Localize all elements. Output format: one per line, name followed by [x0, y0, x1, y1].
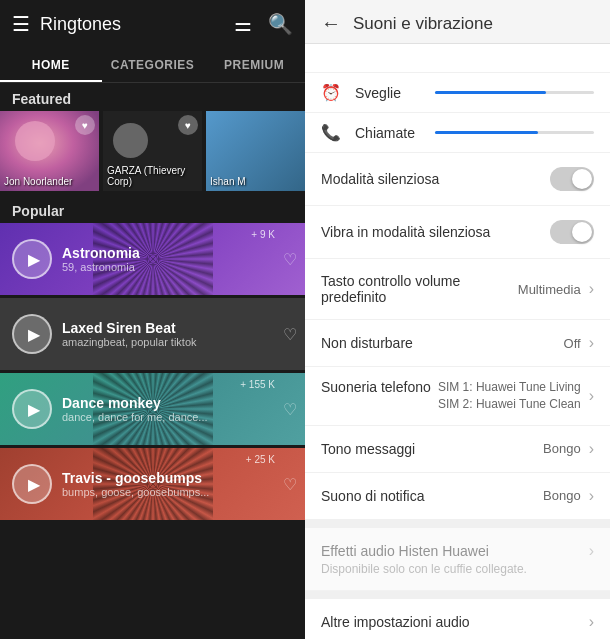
sveglie-label: Sveglie: [355, 85, 425, 101]
right-panel: ← Suoni e vibrazione ⏰ Sveglie 📞 Chiamat…: [305, 0, 610, 639]
featured-card-label-3: Ishan M: [210, 176, 246, 187]
settings-item-chiamate: 📞 Chiamate: [305, 113, 610, 153]
song-info-1: Astronomia 59, astronomia: [62, 245, 305, 273]
back-button[interactable]: ←: [321, 12, 341, 35]
song-heart-1[interactable]: ♡: [283, 250, 297, 269]
settings-item-tono-messaggi[interactable]: Tono messaggi Bongo ›: [305, 426, 610, 473]
altre-impostazioni-chevron: ›: [589, 613, 594, 631]
play-icon-1: ▶: [28, 250, 40, 269]
top-bar: ☰ Ringtones ⚌ 🔍: [0, 0, 305, 48]
divider-2: [305, 591, 610, 599]
altre-impostazioni-label: Altre impostazioni audio: [321, 614, 470, 630]
vibra-toggle[interactable]: [550, 220, 594, 244]
song-badge-3: + 155 K: [240, 379, 275, 390]
play-icon-2: ▶: [28, 325, 40, 344]
settings-item-top-partial: [305, 44, 610, 73]
play-button-3[interactable]: ▶: [12, 389, 52, 429]
song-info-4: Travis - goosebumps bumps, goose, gooseb…: [62, 470, 305, 498]
song-badge-1: + 9 K: [251, 229, 275, 240]
featured-card-1[interactable]: ♥ Jon Noorlander: [0, 111, 99, 191]
song-title-3: Dance monkey: [62, 395, 305, 411]
popular-list: ▶ Astronomia 59, astronomia + 9 K ♡ ▶ La…: [0, 223, 305, 639]
featured-card-label-1: Jon Noorlander: [4, 176, 72, 187]
song-heart-3[interactable]: ♡: [283, 400, 297, 419]
song-info-3: Dance monkey dance, dance for me, dance.…: [62, 395, 305, 423]
volume-control-chevron: ›: [589, 280, 594, 298]
modalita-silenziosa-toggle[interactable]: [550, 167, 594, 191]
play-button-1[interactable]: ▶: [12, 239, 52, 279]
effetti-audio-chevron: ›: [589, 542, 594, 560]
search-icon[interactable]: 🔍: [268, 12, 293, 36]
chiamate-slider[interactable]: [435, 131, 594, 134]
song-tags-3: dance, dance for me, dance...: [62, 411, 305, 423]
settings-item-volume-control[interactable]: Tasto controllo volume predefinito Multi…: [305, 259, 610, 320]
play-button-4[interactable]: ▶: [12, 464, 52, 504]
settings-item-non-disturbare[interactable]: Non disturbare Off ›: [305, 320, 610, 367]
song-tags-2: amazingbeat, popular tiktok: [62, 336, 305, 348]
song-card-astronomia[interactable]: ▶ Astronomia 59, astronomia + 9 K ♡: [0, 223, 305, 295]
modalita-silenziosa-label: Modalità silenziosa: [321, 171, 439, 187]
menu-icon[interactable]: ☰: [12, 12, 30, 36]
settings-item-vibra[interactable]: Vibra in modalità silenziosa: [305, 206, 610, 259]
heart-icon-1[interactable]: ♥: [75, 115, 95, 135]
song-card-laxed[interactable]: ▶ Laxed Siren Beat amazingbeat, popular …: [0, 298, 305, 370]
suoneria-label: Suoneria telefono: [321, 379, 431, 395]
settings-list: ⏰ Sveglie 📞 Chiamate Modalità silenziosa…: [305, 44, 610, 639]
left-panel: ☰ Ringtones ⚌ 🔍 HOME CATEGORIES PREMIUM …: [0, 0, 305, 639]
song-tags-1: 59, astronomia: [62, 261, 305, 273]
suoneria-chevron: ›: [589, 387, 594, 405]
featured-row: ♥ Jon Noorlander ♥ GARZA (Thievery Corp)…: [0, 111, 305, 195]
non-disturbare-value: Off: [564, 336, 581, 351]
heart-icon-2[interactable]: ♥: [178, 115, 198, 135]
app-title: Ringtones: [40, 14, 121, 35]
song-heart-2[interactable]: ♡: [283, 325, 297, 344]
featured-card-label-2: GARZA (Thievery Corp): [107, 165, 202, 187]
suono-notifica-chevron: ›: [589, 487, 594, 505]
song-card-travis[interactable]: ▶ Travis - goosebumps bumps, goose, goos…: [0, 448, 305, 520]
song-info-2: Laxed Siren Beat amazingbeat, popular ti…: [62, 320, 305, 348]
alarm-icon: ⏰: [321, 83, 345, 102]
settings-item-altre-impostazioni[interactable]: Altre impostazioni audio ›: [305, 599, 610, 639]
settings-item-suoneria[interactable]: Suoneria telefono SIM 1: Huawei Tune Liv…: [305, 367, 610, 426]
tono-messaggi-value: Bongo: [543, 441, 581, 456]
song-tags-4: bumps, goose, goosebumps...: [62, 486, 305, 498]
tab-bar: HOME CATEGORIES PREMIUM: [0, 48, 305, 83]
volume-control-value: Multimedia: [518, 282, 581, 297]
sveglie-slider[interactable]: [435, 91, 594, 94]
non-disturbare-label: Non disturbare: [321, 335, 413, 351]
song-title-4: Travis - goosebumps: [62, 470, 305, 486]
filter-icon[interactable]: ⚌: [234, 12, 252, 36]
divider: [305, 520, 610, 528]
tono-messaggi-chevron: ›: [589, 440, 594, 458]
tab-categories[interactable]: CATEGORIES: [102, 48, 204, 82]
popular-label: Popular: [0, 195, 305, 223]
featured-label: Featured: [0, 83, 305, 111]
volume-control-label: Tasto controllo volume predefinito: [321, 273, 518, 305]
featured-card-2[interactable]: ♥ GARZA (Thievery Corp): [103, 111, 202, 191]
effetti-audio-sublabel: Disponibile solo con le cuffie collegate…: [321, 562, 527, 576]
top-bar-left: ☰ Ringtones: [12, 12, 121, 36]
chiamate-label: Chiamate: [355, 125, 425, 141]
phone-icon: 📞: [321, 123, 345, 142]
suono-notifica-value: Bongo: [543, 488, 581, 503]
song-heart-4[interactable]: ♡: [283, 475, 297, 494]
featured-card-3[interactable]: Ishan M: [206, 111, 305, 191]
tab-premium[interactable]: PREMIUM: [203, 48, 305, 82]
right-panel-title: Suoni e vibrazione: [353, 14, 493, 34]
settings-item-effetti-audio: Effetti audio Histen Huawei › Disponibil…: [305, 528, 610, 591]
settings-item-suono-notifica[interactable]: Suono di notifica Bongo ›: [305, 473, 610, 520]
settings-item-modalita-silenziosa[interactable]: Modalità silenziosa: [305, 153, 610, 206]
tab-home[interactable]: HOME: [0, 48, 102, 82]
song-badge-4: + 25 K: [246, 454, 275, 465]
settings-item-sveglie: ⏰ Sveglie: [305, 73, 610, 113]
top-bar-right: ⚌ 🔍: [234, 12, 293, 36]
vibra-label: Vibra in modalità silenziosa: [321, 224, 490, 240]
non-disturbare-chevron: ›: [589, 334, 594, 352]
play-button-2[interactable]: ▶: [12, 314, 52, 354]
song-title-1: Astronomia: [62, 245, 305, 261]
suono-notifica-label: Suono di notifica: [321, 488, 425, 504]
song-title-2: Laxed Siren Beat: [62, 320, 305, 336]
effetti-audio-label: Effetti audio Histen Huawei: [321, 543, 489, 559]
song-card-dance-monkey[interactable]: ▶ Dance monkey dance, dance for me, danc…: [0, 373, 305, 445]
suoneria-value: SIM 1: Huawei Tune LivingSIM 2: Huawei T…: [438, 379, 581, 413]
